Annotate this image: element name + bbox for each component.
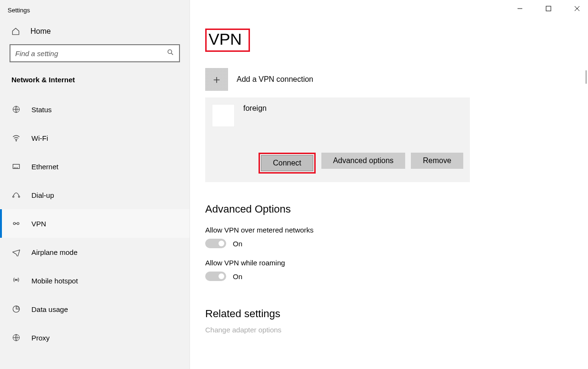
vpn-connection-icon — [212, 104, 235, 127]
svg-point-0 — [168, 50, 172, 54]
sidebar-item-label: Proxy — [31, 334, 50, 342]
toggle-metered-label: Allow VPN over metered networks — [205, 226, 470, 234]
svg-rect-4 — [13, 165, 20, 169]
sidebar-item-label: Mobile hotspot — [31, 277, 78, 285]
svg-point-10 — [13, 223, 16, 225]
vpn-icon — [11, 219, 21, 228]
sidebar-item-ethernet[interactable]: Ethernet — [0, 152, 189, 181]
close-button[interactable] — [570, 4, 584, 13]
add-vpn-label: Add a VPN connection — [237, 75, 313, 84]
remove-button[interactable]: Remove — [411, 153, 463, 169]
scrollbar-thumb[interactable] — [586, 70, 587, 84]
main-pane: VPN ＋ Add a VPN connection foreign Conne… — [190, 0, 588, 369]
sidebar-item-label: Ethernet — [31, 163, 59, 171]
nav-list: Status Wi-Fi Ethernet Dial-up — [0, 95, 189, 352]
hotspot-icon — [11, 276, 21, 285]
home-nav[interactable]: Home — [0, 22, 189, 44]
vpn-connection-card[interactable]: foreign Connect Advanced options Remove — [205, 97, 470, 182]
sidebar-item-vpn[interactable]: VPN — [0, 209, 189, 238]
sidebar-item-proxy[interactable]: Proxy — [0, 323, 189, 352]
dialup-icon — [11, 190, 21, 200]
toggle-metered: Allow VPN over metered networks On — [205, 226, 470, 248]
advanced-options-heading: Advanced Options — [205, 203, 470, 215]
toggle-roaming-switch[interactable] — [205, 272, 226, 281]
proxy-icon — [11, 333, 21, 342]
connect-button[interactable]: Connect — [261, 155, 313, 171]
vpn-connection-name: foreign — [243, 104, 267, 113]
wifi-icon — [11, 133, 21, 143]
toggle-metered-switch[interactable] — [205, 239, 226, 248]
svg-rect-17 — [546, 6, 551, 11]
maximize-button[interactable] — [541, 4, 556, 13]
add-vpn-connection[interactable]: ＋ Add a VPN connection — [205, 68, 470, 91]
sidebar-item-hotspot[interactable]: Mobile hotspot — [0, 266, 189, 295]
sidebar-item-label: Dial-up — [31, 191, 54, 199]
sidebar-item-label: Wi-Fi — [31, 134, 48, 142]
status-icon — [11, 105, 21, 114]
toggle-roaming: Allow VPN while roaming On — [205, 259, 470, 281]
sidebar-item-label: VPN — [31, 220, 46, 228]
sidebar-section-header: Network & Internet — [0, 67, 189, 88]
sidebar-item-airplane[interactable]: Airplane mode — [0, 238, 189, 266]
sidebar-item-wifi[interactable]: Wi-Fi — [0, 124, 189, 152]
sidebar-item-datausage[interactable]: Data usage — [0, 295, 189, 323]
svg-point-11 — [17, 223, 20, 225]
search-input[interactable] — [15, 49, 167, 58]
home-label: Home — [30, 27, 51, 36]
svg-line-1 — [171, 53, 173, 55]
search-icon — [167, 49, 174, 58]
svg-point-13 — [16, 279, 17, 280]
sidebar-item-label: Data usage — [31, 305, 68, 313]
sidebar-item-label: Status — [31, 106, 52, 114]
search-box[interactable] — [10, 44, 180, 62]
plus-icon: ＋ — [205, 68, 228, 91]
sidebar-item-label: Airplane mode — [31, 248, 78, 256]
toggle-roaming-label: Allow VPN while roaming — [205, 259, 470, 267]
svg-point-9 — [19, 196, 20, 197]
sidebar-item-status[interactable]: Status — [0, 95, 189, 124]
svg-point-3 — [16, 140, 17, 141]
minimize-button[interactable] — [513, 4, 527, 13]
related-settings-heading: Related settings — [205, 308, 470, 320]
home-icon — [11, 27, 20, 36]
svg-point-8 — [13, 196, 14, 197]
change-adapter-options-link[interactable]: Change adapter options — [205, 326, 470, 334]
advanced-options-button[interactable]: Advanced options — [321, 153, 405, 169]
window-title: Settings — [0, 4, 189, 22]
datausage-icon — [11, 304, 21, 314]
toggle-metered-state: On — [233, 240, 242, 248]
airplane-icon — [11, 247, 21, 257]
sidebar: Settings Home Network & Internet Status — [0, 0, 190, 369]
page-title: VPN — [205, 29, 250, 52]
window-controls — [513, 4, 584, 13]
sidebar-item-dialup[interactable]: Dial-up — [0, 181, 189, 209]
toggle-roaming-state: On — [233, 272, 242, 281]
ethernet-icon — [11, 162, 21, 171]
